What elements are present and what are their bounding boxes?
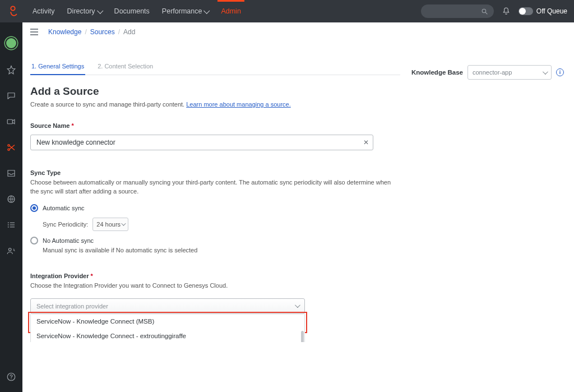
svg-point-1 <box>482 9 486 13</box>
integration-provider-placeholder: Select integration provider <box>36 303 108 310</box>
integration-provider-option[interactable]: ServiceNow - Knowledge Connect - extrout… <box>31 329 304 342</box>
nav-activity[interactable]: Activity <box>27 0 61 22</box>
kb-value: connector-app <box>473 69 512 76</box>
svg-line-2 <box>485 12 487 14</box>
global-search[interactable] <box>421 4 494 18</box>
list-icon[interactable] <box>6 220 16 230</box>
integration-provider-trigger[interactable]: Select integration provider <box>30 298 305 314</box>
radio-automatic-sync[interactable] <box>30 204 38 212</box>
integration-provider-options: ServiceNow - Knowledge Connect (MSB) Ser… <box>30 314 305 342</box>
breadcrumb-bar: Knowledge / Sources / Add <box>22 22 574 41</box>
svg-point-5 <box>8 149 10 150</box>
chevron-down-icon <box>295 302 300 308</box>
sync-periodicity-value: 24 hours <box>96 221 121 228</box>
breadcrumb-sep: / <box>85 28 86 36</box>
nav-label: Documents <box>114 7 150 15</box>
kb-label: Knowledge Base <box>411 69 463 76</box>
breadcrumb-item[interactable]: Knowledge <box>48 28 81 36</box>
nav-documents[interactable]: Documents <box>109 0 155 22</box>
source-name-input[interactable] <box>30 135 373 150</box>
nav-admin[interactable]: Admin <box>215 0 246 22</box>
sync-type-label: Sync Type <box>30 169 400 176</box>
nav-performance[interactable]: Performance <box>156 0 215 22</box>
integration-provider-help: Choose the Integration Provider you want… <box>30 282 400 290</box>
queue-label: Off Queue <box>536 7 567 15</box>
page-subtitle: Create a source to sync and manage third… <box>30 101 400 108</box>
content-area: Knowledge / Sources / Add 1. General Set… <box>22 22 574 392</box>
svg-point-8 <box>8 224 9 225</box>
chat-icon[interactable] <box>6 91 16 101</box>
wizard-tabs: 1. General Settings 2. Content Selection <box>30 63 400 75</box>
info-icon[interactable]: i <box>556 68 564 76</box>
integration-provider-dropdown: Select integration provider ServiceNow -… <box>30 298 305 331</box>
nav-label: Activity <box>33 7 55 15</box>
svg-point-9 <box>8 227 9 228</box>
learn-more-link[interactable]: Learn more about managing a source. <box>186 101 291 108</box>
svg-point-15 <box>11 379 12 380</box>
integration-provider-option[interactable]: ServiceNow - Knowledge Connect (MSB) <box>31 314 304 329</box>
integration-provider-label: Integration Provider * <box>30 273 400 279</box>
svg-point-13 <box>9 248 12 251</box>
nav-directory[interactable]: Directory <box>62 0 108 22</box>
chevron-down-icon <box>97 8 103 14</box>
sync-type-help: Choose between automatically or manually… <box>30 178 400 196</box>
genesys-logo-icon <box>7 5 19 17</box>
subtitle-text: Create a source to sync and manage third… <box>30 101 186 108</box>
svg-point-0 <box>11 6 15 10</box>
tab-content-selection[interactable]: 2. Content Selection <box>96 63 154 75</box>
avatar[interactable] <box>5 37 17 49</box>
svg-point-7 <box>8 222 9 223</box>
breadcrumb-sep: / <box>118 28 120 36</box>
breadcrumb-current: Add <box>123 28 135 36</box>
toggle-switch-icon <box>519 7 533 15</box>
chevron-down-icon <box>203 8 210 14</box>
top-nav: Activity Directory Documents Performance… <box>27 0 247 22</box>
hamburger-menu-icon[interactable] <box>30 29 38 35</box>
search-icon <box>481 8 488 15</box>
chevron-down-icon <box>121 221 126 225</box>
clear-input-icon[interactable]: ✕ <box>363 139 369 146</box>
radio-no-automatic-sync-label: No Automatic sync <box>43 237 94 244</box>
notifications-bell-icon[interactable] <box>502 7 511 16</box>
sync-periodicity-select[interactable]: 24 hours <box>92 218 128 231</box>
nav-label: Directory <box>67 7 95 15</box>
queue-toggle[interactable]: Off Queue <box>519 7 567 15</box>
breadcrumb-item[interactable]: Sources <box>90 28 115 36</box>
radio-automatic-sync-label: Automatic sync <box>43 205 85 211</box>
nav-label: Performance <box>162 7 202 15</box>
left-rail <box>0 22 22 392</box>
svg-rect-3 <box>7 119 12 124</box>
source-name-label: Source Name * <box>30 122 400 129</box>
nav-label: Admin <box>221 7 240 15</box>
svg-point-4 <box>8 145 10 146</box>
sync-periodicity-label: Sync Periodicity: <box>43 221 88 228</box>
chevron-down-icon <box>543 69 548 75</box>
radio-no-automatic-sync[interactable] <box>30 237 38 245</box>
globe-icon[interactable] <box>6 194 16 204</box>
help-icon[interactable] <box>6 372 16 382</box>
people-icon[interactable] <box>6 246 16 256</box>
page-title: Add a Source <box>30 85 400 98</box>
top-bar: Activity Directory Documents Performance… <box>0 0 574 22</box>
interactions-icon[interactable] <box>6 142 16 153</box>
scrollbar-thumb[interactable] <box>301 331 304 342</box>
star-icon[interactable] <box>6 65 16 75</box>
kb-select[interactable]: connector-app <box>467 65 552 80</box>
inbox-icon[interactable] <box>6 168 16 178</box>
kb-selector-row: Knowledge Base connector-app i <box>411 41 566 80</box>
no-automatic-sync-help: Manual sync is available if No automatic… <box>43 247 400 253</box>
video-icon[interactable] <box>6 117 16 127</box>
tab-general-settings[interactable]: 1. General Settings <box>30 63 85 75</box>
